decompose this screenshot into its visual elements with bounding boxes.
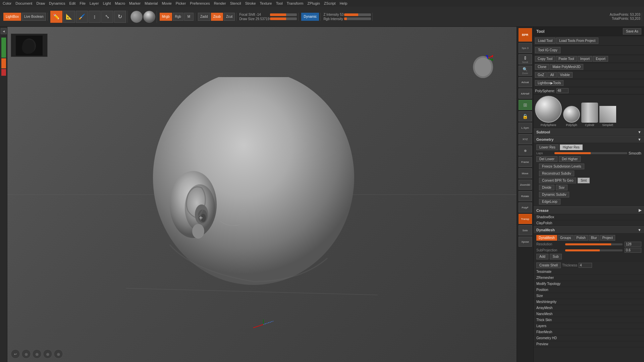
mesh-integrity-item[interactable]: MeshIntegrity (534, 299, 644, 305)
menu-marker[interactable]: Marker (129, 1, 141, 5)
rgb-intensity-slider[interactable] (344, 17, 371, 20)
layers-item[interactable]: Layers (534, 323, 644, 329)
polysphere-count-input[interactable] (556, 88, 569, 93)
zsub-button[interactable]: Zsub (211, 13, 223, 21)
menu-texture[interactable]: Texture (260, 1, 272, 5)
suv-button[interactable]: Suv (556, 185, 568, 190)
laps-slider[interactable] (554, 152, 627, 154)
dynamesh-section-header[interactable]: DynaMesh ▼ (534, 226, 644, 234)
menu-dynamics[interactable]: Dynamics (49, 1, 65, 5)
menu-stencil[interactable]: Stencil (230, 1, 241, 5)
color-strip-orange[interactable] (1, 58, 6, 68)
redo-button[interactable]: ◎ (32, 349, 42, 359)
icon-xyz[interactable]: XYZ (519, 134, 532, 144)
position-item[interactable]: Position (534, 287, 644, 293)
thickness-input[interactable] (579, 263, 592, 268)
live-boolean-button[interactable]: Live Boolean (22, 13, 46, 21)
project-button[interactable]: Project (600, 235, 615, 241)
array-mesh-item[interactable]: ArrayMesh (534, 305, 644, 311)
claypolish-item[interactable]: ClayPolish (534, 220, 644, 226)
nano-mesh-item[interactable]: NanoMesh (534, 311, 644, 317)
lightbox-tools-button[interactable]: Lightbox▶Tools (535, 80, 564, 86)
rgb-button[interactable]: Rgb (173, 13, 183, 21)
reconstruct-subdiv-button[interactable]: Reconstruct Subdiv (539, 171, 574, 176)
zadd-button[interactable]: Zadd (198, 13, 210, 21)
menu-draw[interactable]: Draw (36, 1, 45, 5)
rotate-icon[interactable]: ↻ (114, 11, 126, 23)
m-button[interactable]: M (184, 13, 194, 21)
save-as-button[interactable]: Save As (623, 28, 641, 35)
menu-light[interactable]: Light (103, 1, 111, 5)
icon-lock[interactable]: 🔒 (519, 111, 532, 121)
polish-button[interactable]: Polish (574, 235, 588, 241)
convert-bpr-button[interactable]: Convert BPR To Geo (539, 178, 576, 183)
polyf-icon[interactable]: PolyF (519, 202, 532, 213)
menu-macro[interactable]: Macro (115, 1, 125, 5)
viewport[interactable]: ↩ ◎ ◎ ◎ ◎ (7, 27, 517, 362)
lsym-icon[interactable]: L.Sym (519, 123, 532, 133)
sidebar-expand[interactable]: ◀ (1, 28, 7, 34)
del-higher-button[interactable]: Del Higher (559, 156, 581, 162)
snapshot-button[interactable]: ◎ (43, 349, 52, 359)
lower-res-button[interactable]: Lower Res (536, 144, 558, 150)
polysphere-preview[interactable]: PolySphere (535, 96, 562, 127)
all-button[interactable]: All (547, 72, 556, 78)
tessimate-item[interactable]: Tessimate (534, 269, 644, 275)
copy-tool-button[interactable]: Copy Tool (535, 56, 555, 62)
thick-skin-item[interactable]: Thick Skin (534, 317, 644, 323)
menu-document[interactable]: Document (15, 1, 32, 5)
draw2-icon[interactable]: 📐 (63, 11, 75, 23)
dynamic-subdiv-button[interactable]: Dynamic Subdiv (539, 192, 569, 197)
blur-button[interactable]: Blur (589, 235, 599, 241)
sphere-preview[interactable] (130, 11, 143, 23)
move3d-icon[interactable]: Move (519, 168, 532, 178)
smt-button[interactable]: Smt (578, 178, 590, 183)
make-polymesh-button[interactable]: Make PolyMesh3D (550, 64, 583, 70)
tool-ig-copy-button[interactable]: Tool IG Copy (535, 47, 560, 53)
geometry-header[interactable]: Geometry ▼ (534, 136, 644, 143)
paste-tool-button[interactable]: Paste Tool (556, 56, 577, 62)
menu-picker[interactable]: Picker (176, 1, 186, 5)
subprojection-input[interactable] (625, 248, 641, 253)
camera-button[interactable]: ◎ (54, 349, 63, 359)
freeze-subdiv-button[interactable]: Freeze Subdivision Levels (539, 164, 584, 169)
draw-icon[interactable]: ✏️ (50, 11, 62, 23)
zcut-button[interactable]: Zcut (224, 13, 235, 21)
load-tools-from-project-button[interactable]: Load Tools From Project (556, 38, 598, 44)
frame-icon[interactable]: Frame (519, 157, 532, 167)
matcap-preview[interactable] (143, 11, 155, 23)
bpr-icon[interactable]: BPR (519, 28, 532, 42)
menu-color[interactable]: Color (3, 1, 11, 5)
polysph-preview[interactable]: PolySph (563, 106, 580, 127)
paint-icon[interactable]: 🖌️ (76, 11, 88, 23)
rotate3d-icon[interactable]: Rotate (519, 191, 532, 201)
sps3-icon[interactable]: Sps 3 (519, 43, 532, 53)
dynamesh-button[interactable]: DynaMesh (536, 235, 557, 241)
export-button[interactable]: Export (593, 56, 608, 62)
menu-render[interactable]: Render (214, 1, 226, 5)
del-lower-button[interactable]: Del Lower (536, 156, 557, 162)
undo-button[interactable]: ↩ (11, 349, 20, 359)
zremesher-item[interactable]: ZRemesher (534, 275, 644, 281)
icon-local[interactable]: ⊕ (519, 145, 532, 156)
modify-topology-item[interactable]: Modify Topology (534, 281, 644, 287)
solo-icon[interactable]: Solo (519, 225, 532, 235)
create-shell-button[interactable]: Create Shell (536, 262, 561, 268)
shadowbox-item[interactable]: ShadowBox (534, 214, 644, 220)
geometry-hd-item[interactable]: Geometry HD (534, 335, 644, 341)
menu-movie[interactable]: Movie (162, 1, 171, 5)
zoom3d-icon[interactable]: Zoom3D (519, 180, 532, 190)
subprojection-bar[interactable] (565, 249, 623, 251)
higher-res-button[interactable]: Higher Res (560, 144, 583, 150)
edgeloop-button[interactable]: EdgeLoop (539, 199, 560, 204)
resolution-input[interactable] (625, 242, 641, 247)
focal-shift-slider[interactable] (270, 13, 297, 16)
import-button[interactable]: Import (578, 56, 592, 62)
preview-item[interactable]: Preview (534, 341, 644, 347)
cylindr-preview[interactable]: Cylindr (581, 103, 598, 127)
scale-icon[interactable]: ⤡ (101, 11, 113, 23)
lightbox-button[interactable]: LightBox (3, 13, 21, 21)
menu-zplugin[interactable]: ZPlugin (308, 1, 320, 5)
viewport-canvas[interactable]: ↩ ◎ ◎ ◎ ◎ (7, 27, 517, 362)
move-icon[interactable]: ↕️ (89, 11, 101, 23)
